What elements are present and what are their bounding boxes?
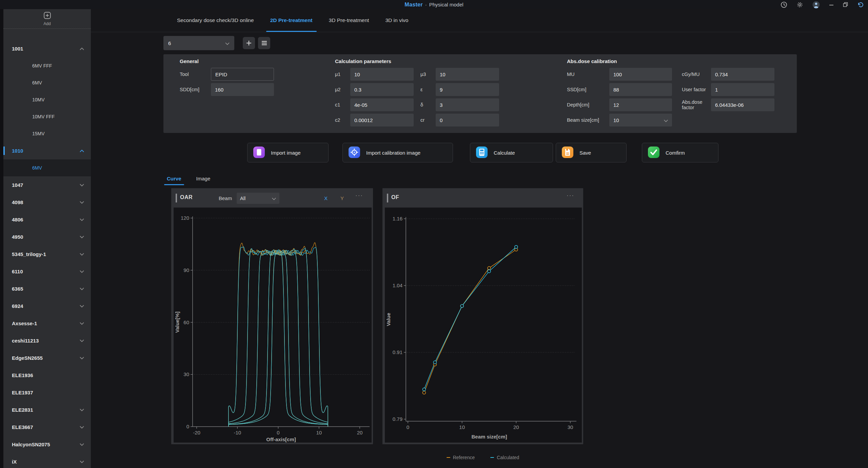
value-1: 10 [354, 72, 360, 77]
axis-y-toggle[interactable]: Y [340, 195, 344, 201]
sidebar-energy-1001-6mv-fff[interactable]: 6MV FFF [3, 57, 91, 74]
label-c2: c2 [335, 114, 350, 126]
axis-x-toggle[interactable]: X [324, 195, 328, 201]
chart-tabbar: CurveImage [164, 172, 213, 185]
chevron-down-icon [80, 253, 84, 256]
comfirm-button[interactable]: Comfirm [642, 143, 718, 162]
tab-secondary-dose-check-3d-online[interactable]: Secondary dose check/3D online [169, 9, 262, 32]
chart-tab-image[interactable]: Image [194, 172, 213, 185]
legend-calculated[interactable]: Calculated [490, 455, 519, 460]
field-select[interactable]: 6 [163, 36, 234, 50]
app-window: Master · Physical model [0, 0, 868, 468]
svg-text:Value: Value [386, 313, 391, 326]
sidebar-machine-6110[interactable]: 6110 [3, 263, 91, 280]
beam-select[interactable]: All [237, 193, 279, 204]
of-more-menu[interactable]: ··· [567, 192, 574, 199]
import-calibration-icon [348, 146, 361, 160]
sidebar-energy-1001-10mv[interactable]: 10MV [3, 91, 91, 108]
sidebar-machine-axsesse-1[interactable]: Axsesse-1 [3, 315, 91, 332]
svg-text:1.04: 1.04 [393, 282, 402, 288]
value-beam-size-cm: 10 [613, 117, 619, 123]
machine-label: ceshi11213 [12, 338, 39, 344]
machine-label: ELE2831 [12, 407, 33, 413]
sidebar-machine-ceshi11213[interactable]: ceshi11213 [3, 332, 91, 349]
settings-gear-icon[interactable] [796, 1, 803, 8]
oar-more-menu[interactable]: ··· [355, 192, 363, 199]
input-item[interactable]: 9 [436, 83, 499, 96]
input-depth-cm[interactable]: 12 [609, 98, 672, 111]
sidebar-machine-5345-trilogy-1[interactable]: 5345_trilogy-1 [3, 246, 91, 263]
sidebar-machine-halcyonsn2075[interactable]: HalcyonSN2075 [3, 436, 91, 453]
chevron-down-icon [80, 305, 84, 308]
chart-tab-curve[interactable]: Curve [164, 172, 184, 185]
sidebar-machine-4806[interactable]: 4806 [3, 211, 91, 228]
machine-label: 4098 [12, 199, 23, 205]
input-mu[interactable]: 100 [609, 68, 672, 81]
sidebar-machine-4950[interactable]: 4950 [3, 228, 91, 246]
restore-button[interactable] [843, 2, 848, 7]
oar-profile-chart[interactable]: 0306090120-20-1001020Off-axis[cm]Value[%… [174, 208, 372, 443]
tab-3d-in-vivo[interactable]: 3D in vivo [377, 9, 416, 32]
svg-text:30: 30 [568, 424, 573, 430]
import-calibration-image-button[interactable]: Import calibration image [342, 143, 453, 162]
calculation-parameters-section: Calculation parameters μ110μ20.3c14e-05c… [335, 58, 391, 64]
input-c1[interactable]: 4e-05 [350, 98, 414, 111]
sidebar-machine-ix[interactable]: iX [3, 453, 91, 468]
sidebar-machine-1047[interactable]: 1047 [3, 176, 91, 194]
import-image-icon [253, 146, 265, 160]
sidebar-machine-4098[interactable]: 4098 [3, 194, 91, 211]
sidebar-machine-1010[interactable]: 1010 [3, 142, 91, 159]
input-beam-size-cm[interactable]: 10 [609, 114, 672, 126]
calculate-button[interactable]: Calculate [470, 143, 553, 162]
chevron-down-icon [80, 201, 84, 204]
input-ssd-cm[interactable]: 88 [609, 83, 672, 96]
input-c2[interactable]: 0.00012 [350, 114, 414, 126]
sidebar-machine-ele3667[interactable]: ELE3667 [3, 418, 91, 436]
tab-2d-pre-treatment[interactable]: 2D Pre-treatment [262, 9, 321, 32]
sidebar-machine-1001[interactable]: 1001 [3, 40, 91, 57]
of-curve-chart[interactable]: 0.790.911.041.160102030Beam size[cm]Valu… [385, 208, 582, 443]
input-tool[interactable]: EPID [211, 68, 274, 81]
input-2[interactable]: 0.3 [350, 83, 414, 96]
legend-reference[interactable]: Reference [447, 455, 475, 460]
sidebar-energy-1001-10mv-fff[interactable]: 10MV FFF [3, 108, 91, 125]
input-cr[interactable]: 0 [436, 114, 499, 126]
input-3[interactable]: 10 [436, 68, 499, 81]
sidebar-machine-ele1936[interactable]: ELE1936 [3, 367, 91, 384]
history-clock-icon[interactable] [781, 1, 787, 8]
energy-label: 15MV [32, 131, 45, 136]
save-button[interactable]: Save [556, 143, 627, 162]
sidebar-energy-1010-6mv[interactable]: 6MV [3, 159, 91, 176]
of-title: OF [391, 194, 399, 200]
energy-label: 10MV FFF [32, 114, 55, 119]
value-user-factor: 1 [715, 87, 718, 93]
sidebar-machine-edgesn2655[interactable]: EdgeSN2655 [3, 349, 91, 367]
sidebar-machine-6365[interactable]: 6365 [3, 280, 91, 297]
sidebar-machine-ele2831[interactable]: ELE2831 [3, 401, 91, 418]
import-image-button[interactable]: Import image [247, 143, 329, 162]
machine-label: 1010 [12, 148, 23, 154]
add-machine-button[interactable]: Add [3, 9, 91, 29]
user-avatar[interactable] [812, 1, 820, 8]
calculation-parameters-title: Calculation parameters [335, 58, 391, 64]
svg-text:0.79: 0.79 [393, 416, 402, 422]
input-abs-dose-factor[interactable]: 6.04433e-06 [711, 98, 774, 111]
add-field-button[interactable] [243, 37, 255, 49]
sidebar-machine-6924[interactable]: 6924 [3, 297, 91, 315]
input-cgy-mu[interactable]: 0.734 [711, 68, 774, 81]
input-sdd-cm[interactable]: 160 [211, 83, 274, 96]
sidebar-energy-1001-6mv[interactable]: 6MV [3, 74, 91, 91]
sidebar-energy-1001-15mv[interactable]: 15MV [3, 125, 91, 142]
input-1[interactable]: 10 [350, 68, 414, 81]
machine-label: 1047 [12, 182, 23, 188]
input-item[interactable]: 3 [436, 98, 499, 111]
input-user-factor[interactable]: 1 [711, 83, 774, 96]
undo-switch-button[interactable] [857, 2, 863, 7]
value-ssd-cm: 88 [613, 87, 619, 93]
chevron-down-icon [80, 357, 84, 359]
field-list-menu-button[interactable] [258, 37, 270, 49]
sidebar-machine-ele1937[interactable]: ELE1937 [3, 384, 91, 401]
abs-dose-calibration-section: Abs.dose calibration MU100SSD[cm]88Depth… [567, 58, 617, 64]
minimize-button[interactable] [829, 2, 834, 7]
tab-3d-pre-treatment[interactable]: 3D Pre-treatment [321, 9, 377, 32]
